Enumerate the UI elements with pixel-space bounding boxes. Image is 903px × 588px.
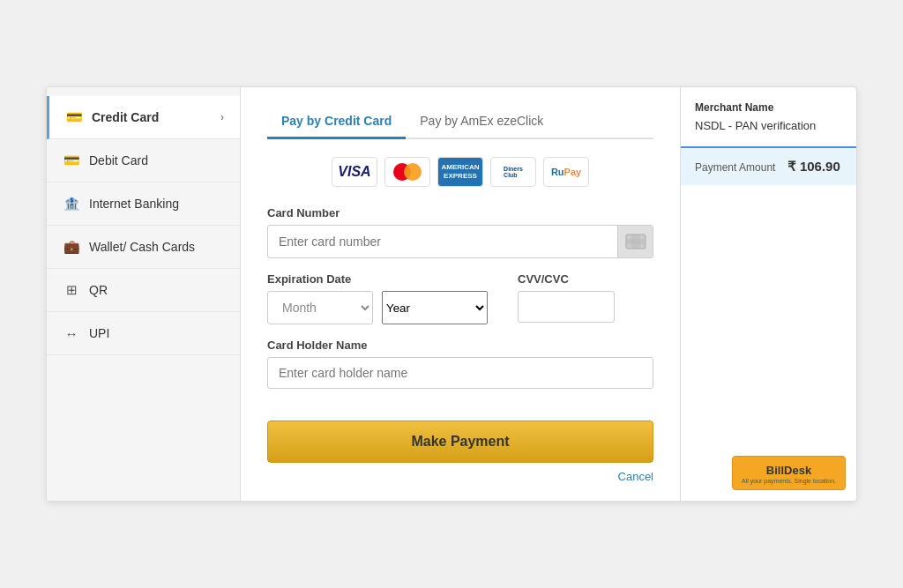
sidebar-label-debit-card: Debit Card: [89, 153, 148, 167]
mastercard-logo: [384, 157, 430, 187]
sidebar-label-qr: QR: [89, 283, 108, 297]
sidebar-item-debit-card[interactable]: 💳 Debit Card: [47, 139, 240, 182]
sidebar-label-credit-card: Credit Card: [92, 110, 159, 124]
tab-credit-card[interactable]: Pay by Credit Card: [267, 105, 406, 139]
internet-banking-icon: 🏦: [63, 195, 80, 212]
expiry-label: Expiration Date: [267, 272, 488, 286]
cvv-label: CVV/CVC: [518, 272, 615, 286]
card-number-wrapper: [267, 225, 653, 258]
sidebar-item-qr[interactable]: ⊞ QR: [47, 269, 240, 312]
payment-amount-label: Payment Amount: [695, 161, 775, 174]
sidebar-item-internet-banking[interactable]: 🏦 Internet Banking: [47, 182, 240, 226]
rupay-logo: RuPay: [543, 157, 589, 187]
year-select[interactable]: Year 2024202520262027 202820292030: [382, 291, 488, 324]
cardholder-label: Card Holder Name: [267, 339, 653, 352]
sidebar-label-upi: UPI: [89, 326, 109, 340]
payment-amount-value: ₹ 106.90: [787, 159, 840, 174]
debit-card-icon: 💳: [63, 152, 80, 169]
qr-icon: ⊞: [63, 281, 80, 299]
make-payment-button[interactable]: Make Payment: [267, 421, 653, 463]
payment-amount-box: Payment Amount ₹ 106.90: [681, 148, 856, 185]
card-number-group: Card Number: [267, 206, 653, 258]
payment-container: 💳 Credit Card › 💳 Debit Card 🏦 Internet …: [46, 86, 857, 502]
credit-card-icon: 💳: [65, 108, 83, 126]
sidebar-label-internet-banking: Internet Banking: [89, 197, 179, 211]
billdesk-logo: BillDesk All your payments. Single locat…: [732, 456, 846, 490]
cardholder-group: Card Holder Name: [267, 339, 653, 389]
card-logos: VISA AMERICANEXPRESS DinersClub RuPay: [267, 157, 653, 187]
svg-rect-2: [626, 239, 646, 244]
merchant-name-label: Merchant Name: [695, 101, 842, 114]
month-select[interactable]: Month 01020304 05060708 09101112: [267, 291, 373, 324]
cvv-input[interactable]: [518, 291, 615, 323]
card-chip-icon: [617, 226, 653, 257]
card-number-input[interactable]: [268, 227, 617, 257]
chevron-right-icon: ›: [220, 111, 224, 123]
billdesk-subtext: All your payments. Single location.: [742, 478, 836, 484]
cvv-group: CVV/CVC: [518, 272, 615, 324]
right-panel-bottom: BillDesk All your payments. Single locat…: [681, 185, 856, 501]
sidebar-item-upi[interactable]: ↔ UPI: [47, 312, 240, 355]
main-content: Pay by Credit Card Pay by AmEx ezeClick …: [241, 87, 680, 501]
merchant-info: Merchant Name NSDL - PAN verification: [681, 87, 856, 148]
visa-logo: VISA: [332, 157, 377, 187]
sidebar-item-credit-card[interactable]: 💳 Credit Card ›: [47, 96, 240, 139]
cardholder-input[interactable]: [267, 357, 653, 389]
sidebar: 💳 Credit Card › 💳 Debit Card 🏦 Internet …: [47, 87, 241, 501]
wallet-icon: 💼: [63, 238, 80, 256]
expiry-cvv-row: Expiration Date Month 01020304 05060708 …: [267, 272, 653, 324]
expiry-group: Expiration Date Month 01020304 05060708 …: [267, 272, 488, 324]
merchant-name-value: NSDL - PAN verification: [695, 119, 842, 132]
amex-logo: AMERICANEXPRESS: [437, 157, 483, 187]
tab-bar: Pay by Credit Card Pay by AmEx ezeClick: [267, 105, 653, 139]
card-number-label: Card Number: [267, 206, 653, 220]
tab-amex[interactable]: Pay by AmEx ezeClick: [406, 105, 557, 139]
billdesk-text: BillDesk: [766, 464, 811, 477]
sidebar-label-wallet: Wallet/ Cash Cards: [89, 240, 195, 254]
diners-logo: DinersClub: [490, 157, 536, 187]
right-panel: Merchant Name NSDL - PAN verification Pa…: [680, 87, 856, 501]
expiry-fields: Month 01020304 05060708 09101112 Year 20…: [267, 291, 488, 324]
sidebar-item-wallet-cash-cards[interactable]: 💼 Wallet/ Cash Cards: [47, 226, 240, 269]
upi-icon: ↔: [63, 324, 80, 342]
cancel-link[interactable]: Cancel: [267, 470, 653, 483]
